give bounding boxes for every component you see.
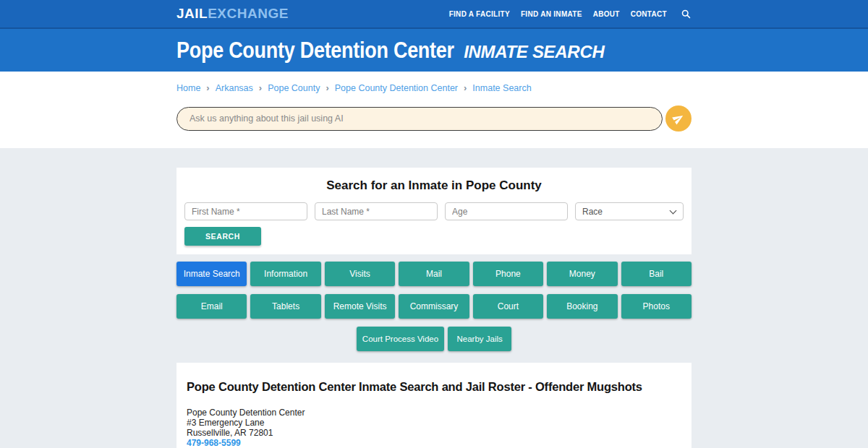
last-name-field[interactable] (315, 202, 438, 220)
breadcrumb-county[interactable]: Pope County (268, 83, 320, 93)
breadcrumb-inmate-search[interactable]: Inmate Search (472, 83, 531, 93)
facility-phone-link[interactable]: 479-968-5599 (187, 439, 241, 448)
inmate-search-card: Search for an Inmate in Pope County Race… (176, 168, 692, 254)
logo-exchange-text: EXCHANGE (208, 6, 289, 21)
tab-remote-visits[interactable]: Remote Visits (325, 294, 395, 319)
breadcrumb-state[interactable]: Arkansas (216, 83, 253, 93)
tab-money[interactable]: Money (547, 262, 617, 286)
facility-info-card: Pope County Detention Center Inmate Sear… (176, 363, 692, 448)
search-form: Race (184, 202, 684, 220)
chevron-right-icon (206, 82, 209, 93)
top-bar: JAILEXCHANGE FIND A FACILITY FIND AN INM… (0, 0, 868, 27)
first-name-field[interactable] (184, 202, 307, 220)
tab-email[interactable]: Email (176, 294, 247, 319)
tab-commissary[interactable]: Commissary (399, 294, 469, 319)
chevron-right-icon (464, 82, 467, 93)
tab-visits[interactable]: Visits (325, 262, 395, 286)
logo-jail-text: JAIL (176, 6, 208, 21)
page-title-row: Pope County Detention Center INMATE SEAR… (176, 38, 692, 64)
main-content: Search for an Inmate in Pope County Race… (0, 148, 868, 448)
tab-photos[interactable]: Photos (621, 294, 692, 319)
tab-tablets[interactable]: Tablets (250, 294, 320, 319)
tab-inmate-search[interactable]: Inmate Search (176, 262, 247, 286)
address-line-name: Pope County Detention Center (187, 408, 681, 418)
tab-booking[interactable]: Booking (547, 294, 617, 319)
address-line-street: #3 Emergency Lane (187, 418, 681, 428)
nav-find-an-inmate[interactable]: FIND AN INMATE (521, 10, 582, 18)
breadcrumb-ai-section: Home Arkansas Pope County Pope County De… (0, 72, 868, 148)
ai-search-input[interactable] (176, 107, 663, 131)
search-icon[interactable] (681, 9, 692, 20)
tab-bail[interactable]: Bail (621, 262, 692, 286)
breadcrumb-facility[interactable]: Pope County Detention Center (335, 83, 458, 93)
site-logo[interactable]: JAILEXCHANGE (176, 6, 289, 22)
nav-contact[interactable]: CONTACT (631, 10, 667, 18)
page-subtitle: INMATE SEARCH (464, 42, 604, 62)
chevron-right-icon (326, 82, 328, 93)
address-line-city: Russellville, AR 72801 (187, 428, 681, 439)
tab-phone[interactable]: Phone (473, 262, 543, 286)
paper-plane-icon (671, 111, 686, 126)
nav-find-a-facility[interactable]: FIND A FACILITY (449, 10, 510, 18)
page-title: Pope County Detention Center (176, 38, 454, 64)
breadcrumb: Home Arkansas Pope County Pope County De… (176, 72, 692, 93)
tab-mail[interactable]: Mail (399, 262, 469, 286)
chevron-right-icon (259, 82, 262, 93)
tab-nearby-jails[interactable]: Nearby Jails (448, 327, 511, 351)
info-heading: Pope County Detention Center Inmate Sear… (187, 380, 681, 394)
tab-court-process-video[interactable]: Court Process Video (357, 327, 444, 351)
breadcrumb-home[interactable]: Home (176, 83, 200, 93)
facility-address: Pope County Detention Center #3 Emergenc… (187, 408, 681, 448)
quick-links-grid: Inmate Search Information Visits Mail Ph… (176, 262, 692, 319)
search-card-title: Search for an Inmate in Pope County (184, 178, 684, 193)
main-nav: FIND A FACILITY FIND AN INMATE ABOUT CON… (449, 9, 692, 20)
race-select[interactable]: Race (575, 202, 684, 220)
ai-search-bar (176, 105, 692, 132)
tab-information[interactable]: Information (250, 262, 320, 286)
age-field[interactable] (445, 202, 568, 220)
page-banner: Pope County Detention Center INMATE SEAR… (0, 27, 868, 72)
ai-send-button[interactable] (665, 105, 692, 132)
quick-links-bottom-row: Court Process Video Nearby Jails (176, 327, 692, 351)
nav-about[interactable]: ABOUT (593, 10, 620, 18)
search-button[interactable]: SEARCH (184, 227, 261, 246)
tab-court[interactable]: Court (473, 294, 543, 319)
